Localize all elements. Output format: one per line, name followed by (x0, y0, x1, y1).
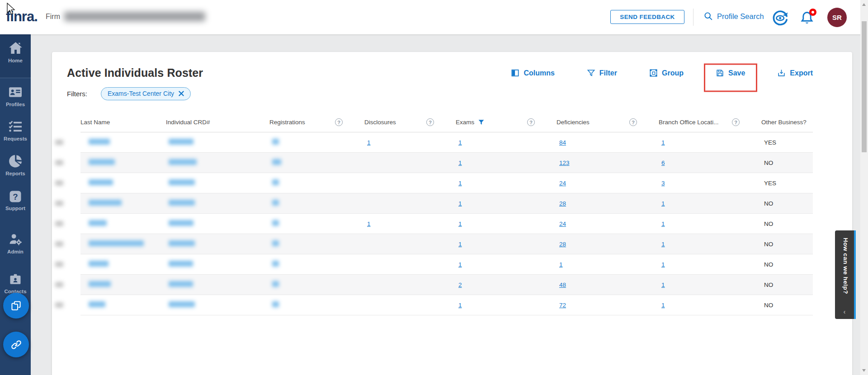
exams-count-link[interactable]: 1 (458, 220, 462, 227)
send-feedback-button[interactable]: SEND FEEDBACK (610, 10, 684, 24)
group-button[interactable]: Group (649, 69, 684, 77)
last-name-link-redacted[interactable] (89, 200, 122, 206)
sidebar-item-admin[interactable]: Admin (0, 232, 31, 254)
sidebar-item-label: Reports (0, 171, 31, 176)
scroll-up-arrow[interactable] (862, 3, 866, 6)
column-header-other-business[interactable]: Other Business? (761, 119, 830, 126)
help-tab[interactable]: How can we help? ‹ (835, 230, 856, 319)
column-header-registrations[interactable]: Registrations ? (269, 118, 364, 126)
branch-offices-count-link[interactable]: 1 (661, 220, 665, 227)
help-icon[interactable]: ? (629, 118, 637, 126)
close-icon[interactable] (179, 91, 184, 96)
sidebar-item-requests[interactable]: Requests (0, 119, 31, 141)
branch-offices-count-link[interactable]: 6 (661, 159, 665, 166)
last-name-link-redacted[interactable] (89, 220, 107, 226)
branch-offices-count-link[interactable]: 1 (661, 261, 665, 268)
deficiencies-count-link[interactable]: 72 (559, 302, 566, 309)
deficiencies-count-link[interactable]: 24 (559, 220, 566, 227)
exams-count-link[interactable]: 2 (458, 281, 462, 288)
registrations-link-redacted[interactable] (272, 179, 279, 185)
other-business-value: YES (764, 139, 776, 146)
branch-offices-count-link[interactable]: 1 (661, 200, 665, 207)
registrations-link-redacted[interactable] (272, 139, 279, 145)
sidebar-item-reports[interactable]: Reports (0, 154, 31, 176)
individual-crd-link-redacted[interactable] (169, 159, 197, 165)
deficiencies-count-link[interactable]: 28 (559, 241, 566, 248)
column-header-deficiencies[interactable]: Deficiencies ? (557, 118, 659, 126)
last-name-link-redacted[interactable] (89, 179, 113, 185)
column-header-branch-office-locations[interactable]: Branch Office Locati... ? (659, 118, 761, 126)
profile-search-button[interactable]: Profile Search (703, 11, 764, 21)
filter-active-icon[interactable] (478, 119, 485, 126)
last-name-link-redacted[interactable] (89, 139, 110, 145)
save-button[interactable]: Save (716, 69, 745, 77)
sidebar-item-support[interactable]: ? Support (0, 190, 31, 211)
last-name-link-redacted[interactable] (89, 240, 144, 246)
registrations-link-redacted[interactable] (272, 261, 279, 267)
exams-count-link[interactable]: 1 (458, 180, 462, 187)
filter-button[interactable]: Filter (587, 69, 617, 77)
help-icon[interactable]: ? (732, 118, 740, 126)
deficiencies-count-link[interactable]: 1 (559, 261, 563, 268)
disclosures-count-link[interactable]: 1 (367, 220, 371, 227)
column-header-individual-crd[interactable]: Individual CRD# (166, 119, 269, 126)
individual-crd-link-redacted[interactable] (169, 261, 193, 267)
last-name-link-redacted[interactable] (89, 159, 115, 165)
notifications-button[interactable] (799, 10, 817, 27)
individual-crd-link-redacted[interactable] (169, 220, 193, 226)
exams-count-link[interactable]: 1 (458, 139, 462, 146)
branch-offices-count-link[interactable]: 1 (661, 302, 665, 309)
last-name-link-redacted[interactable] (89, 261, 108, 267)
exams-count-link[interactable]: 1 (458, 200, 462, 207)
individual-crd-link-redacted[interactable] (169, 179, 195, 185)
exams-count-link[interactable]: 1 (458, 261, 462, 268)
scroll-down-arrow[interactable] (862, 369, 866, 372)
registrations-link-redacted[interactable] (272, 159, 281, 165)
disclosures-count-link[interactable]: 1 (367, 139, 371, 146)
filter-label: Filter (599, 69, 617, 77)
individual-crd-link-redacted[interactable] (169, 240, 195, 246)
individual-crd-link-redacted[interactable] (169, 139, 193, 145)
sidebar-item-contacts[interactable]: Contacts (0, 273, 31, 294)
column-header-disclosures[interactable]: Disclosures ? (364, 118, 456, 126)
branch-offices-count-link[interactable]: 3 (661, 180, 665, 187)
deficiencies-count-link[interactable]: 24 (559, 180, 566, 187)
sidebar-item-profiles[interactable]: Profiles (0, 85, 31, 107)
chevron-left-icon[interactable]: ‹ (844, 308, 846, 315)
help-icon[interactable]: ? (335, 118, 343, 126)
exams-count-link[interactable]: 1 (458, 241, 462, 248)
branch-offices-count-link[interactable]: 1 (661, 139, 665, 146)
floating-link-button[interactable] (3, 332, 29, 357)
registrations-link-redacted[interactable] (272, 240, 279, 246)
registrations-link-redacted[interactable] (272, 281, 279, 287)
individual-crd-link-redacted[interactable] (169, 301, 195, 307)
deficiencies-count-link[interactable]: 48 (559, 281, 566, 288)
help-icon[interactable]: ? (426, 118, 434, 126)
floating-folders-button[interactable] (3, 293, 29, 319)
branch-offices-count-link[interactable]: 1 (661, 241, 665, 248)
deficiencies-count-link[interactable]: 28 (559, 200, 566, 207)
recently-viewed-button[interactable] (771, 9, 789, 27)
last-name-link-redacted[interactable] (89, 281, 111, 287)
columns-button[interactable]: Columns (511, 69, 554, 77)
export-button[interactable]: Export (777, 69, 813, 77)
help-icon[interactable]: ? (527, 118, 535, 126)
sidebar-item-home[interactable]: Home (0, 41, 31, 63)
exams-count-link[interactable]: 1 (458, 159, 462, 166)
registrations-link-redacted[interactable] (272, 301, 279, 307)
last-name-link-redacted[interactable] (89, 301, 105, 307)
column-header-last-name[interactable]: Last Name (80, 119, 166, 126)
individual-crd-link-redacted[interactable] (169, 200, 195, 206)
deficiencies-count-link[interactable]: 84 (559, 139, 566, 146)
scrollbar-thumb[interactable] (862, 21, 867, 152)
column-header-exams[interactable]: Exams ? (456, 118, 557, 126)
registrations-link-redacted[interactable] (272, 200, 279, 206)
user-avatar[interactable]: SR (827, 8, 847, 27)
deficiencies-count-link[interactable]: 123 (559, 159, 570, 166)
registrations-link-redacted[interactable] (272, 220, 279, 226)
filter-chip-exams-test-center-city[interactable]: Exams-Test Center City (101, 87, 191, 100)
individual-crd-link-redacted[interactable] (169, 281, 193, 287)
reports-icon (8, 154, 23, 169)
branch-offices-count-link[interactable]: 1 (661, 281, 665, 288)
exams-count-link[interactable]: 1 (458, 302, 462, 309)
